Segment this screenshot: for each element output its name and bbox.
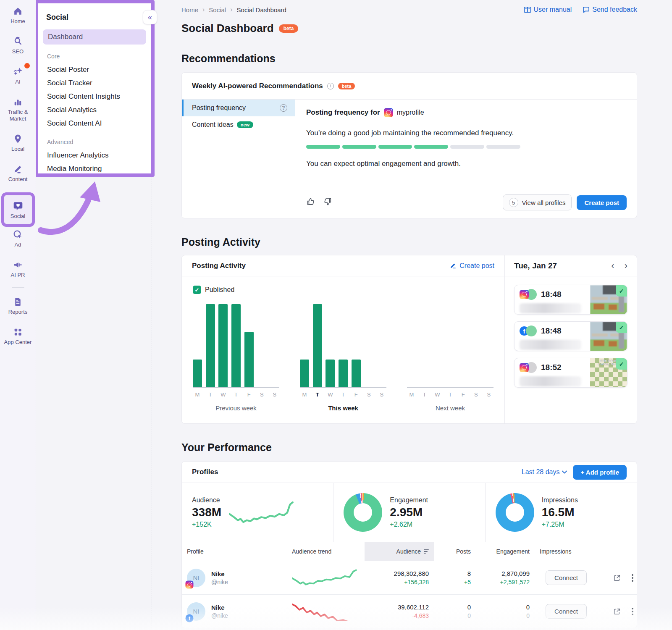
tab-content-ideas[interactable]: Content ideas new	[182, 116, 295, 133]
day-label: F	[352, 391, 361, 398]
breadcrumb-home[interactable]: Home	[181, 6, 198, 13]
user-manual-link[interactable]: User manual	[524, 6, 572, 13]
create-post-link[interactable]: Create post	[449, 262, 494, 270]
menu-item-influencer-analytics[interactable]: Influencer Analytics	[38, 149, 151, 162]
more-options-button[interactable]	[630, 572, 635, 583]
bar	[300, 360, 309, 387]
sidebar-item-traffic-market[interactable]: Traffic & Market	[0, 97, 36, 122]
sidebar-item-ai-pr[interactable]: AI PR	[0, 260, 36, 278]
create-post-button[interactable]: Create post	[577, 195, 627, 210]
help-icon[interactable]: ?	[280, 104, 287, 112]
column-header-audience-trend[interactable]: Audience trend	[287, 542, 365, 561]
day-label: M	[300, 391, 309, 398]
menu-item-social-tracker[interactable]: Social Tracker	[38, 76, 151, 90]
progress-segment	[450, 145, 484, 149]
external-link-icon[interactable]	[613, 574, 621, 582]
post-thumbnail: mate in exac 2 moves, but ho ✓	[590, 358, 627, 387]
sidebar-item-content[interactable]: Content	[0, 164, 36, 183]
sidebar-item-ad[interactable]: Ad	[0, 229, 36, 248]
sort-icon	[424, 549, 429, 554]
thumbs-up-button[interactable]	[306, 197, 315, 208]
week-caption: This week	[300, 404, 386, 412]
recommendations-card-title: Weekly AI-powered Recommendations	[192, 82, 323, 90]
local-icon	[13, 134, 23, 144]
next-day-button[interactable]: ›	[625, 261, 627, 270]
connect-button[interactable]: Connect	[546, 570, 587, 585]
send-feedback-link[interactable]: Send feedback	[583, 6, 637, 13]
period-selector[interactable]: Last 28 days	[522, 468, 567, 476]
day-label: F	[244, 391, 254, 398]
view-all-profiles-button[interactable]: 5 View all profiles	[503, 194, 572, 210]
redacted-caption	[520, 303, 581, 313]
column-header-engagement[interactable]: Engagement	[476, 542, 535, 561]
prev-day-button[interactable]: ‹	[611, 261, 614, 270]
scheduled-post[interactable]: 18:48 ✓	[514, 285, 627, 315]
progress-segment	[414, 145, 448, 149]
breadcrumb: Home › Social › Social Dashboard	[181, 6, 286, 13]
redacted-caption	[520, 340, 581, 350]
schedule-date: Tue, Jan 27	[514, 261, 557, 270]
reports-icon	[13, 297, 23, 307]
menu-item-dashboard[interactable]: Dashboard	[43, 29, 146, 45]
add-profile-button[interactable]: + Add profile	[573, 465, 627, 480]
recommendation-message: You’re doing a good job maintaining the …	[306, 129, 627, 137]
sidebar-item-social[interactable]: Social	[1, 192, 35, 227]
trend-sparkline-up	[292, 567, 357, 587]
more-options-button[interactable]	[630, 606, 635, 617]
column-header-audience[interactable]: Audience	[365, 542, 434, 561]
profiles-card-title: Profiles	[192, 468, 516, 476]
profiles-count-badge: 5	[509, 198, 518, 207]
menu-item-social-content-ai[interactable]: Social Content AI	[38, 117, 151, 130]
external-link-icon[interactable]	[613, 608, 621, 615]
breadcrumb-social[interactable]: Social	[209, 6, 226, 13]
collapse-sidebar-button[interactable]: «	[143, 10, 157, 24]
posts-cell: 8	[439, 570, 471, 577]
annotation-arrow	[37, 174, 112, 248]
menu-item-social-content-insights[interactable]: Social Content Insights	[38, 90, 151, 103]
instagram-icon	[384, 108, 393, 117]
impressions-delta: +7.25M	[542, 521, 578, 528]
recommendation-title: Posting frequency for	[306, 108, 380, 117]
sidebar-item-label: Social	[10, 213, 25, 219]
day-label: M	[193, 391, 202, 398]
audience-delta: +152K	[192, 521, 221, 528]
sidebar-item-seo[interactable]: SEO	[0, 36, 36, 55]
sidebar-item-ai[interactable]: AI	[0, 66, 36, 85]
frequency-progress	[306, 145, 520, 149]
published-checkbox[interactable]: ✓	[193, 286, 201, 294]
menu-item-social-analytics[interactable]: Social Analytics	[38, 103, 151, 117]
menu-item-social-poster[interactable]: Social Poster	[38, 63, 151, 76]
rail-divider	[12, 287, 24, 288]
instagram-icon	[520, 363, 529, 372]
scheduled-post[interactable]: f 18:48 ✓	[514, 321, 627, 351]
day-label: F	[459, 391, 468, 398]
column-header-posts[interactable]: Posts	[434, 542, 476, 561]
progress-segment	[306, 145, 340, 149]
beta-badge: beta	[338, 83, 355, 89]
connect-button[interactable]: Connect	[546, 604, 587, 619]
bar	[244, 332, 254, 387]
scheduled-post[interactable]: 18:52 mate in exac 2 moves, but ho ✓	[514, 358, 627, 388]
day-label: S	[377, 391, 386, 398]
info-icon[interactable]: i	[327, 83, 334, 89]
published-filter[interactable]: ✓ Published	[193, 286, 494, 294]
week-caption: Previous week	[193, 404, 279, 412]
profile-name: myprofile	[397, 109, 424, 116]
recommendations-card: Weekly AI-powered Recommendations i beta…	[181, 72, 637, 218]
sidebar-item-reports[interactable]: Reports	[0, 297, 36, 315]
column-header-profile[interactable]: Profile	[182, 542, 287, 561]
menu-item-media-monitoring[interactable]: Media Monitoring	[38, 162, 151, 176]
sidebar-item-home[interactable]: Home	[0, 6, 36, 25]
sidebar-item-app-center[interactable]: App Center	[0, 327, 36, 346]
posting-activity-heading: Posting Activity	[181, 236, 637, 248]
column-header-impressions[interactable]: Impressions	[535, 542, 598, 561]
profile-name: Nike	[211, 570, 228, 578]
bar	[193, 360, 202, 387]
main-content: Home › Social › Social Dashboard User ma…	[152, 0, 672, 630]
thumbs-down-button[interactable]	[323, 197, 332, 208]
bar-group	[193, 303, 279, 388]
sidebar-item-local[interactable]: Local	[0, 134, 36, 152]
profiles-table: Profile Audience trend Audience Posts En…	[182, 542, 637, 628]
stat-audience: Audience 338M +152K	[182, 483, 333, 542]
tab-posting-frequency[interactable]: Posting frequency ?	[182, 100, 295, 116]
